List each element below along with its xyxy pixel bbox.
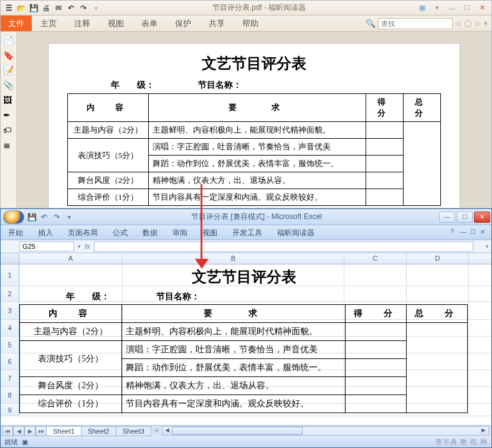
- pdf-h-total: 总 分: [404, 94, 441, 122]
- print-icon[interactable]: 🖨: [40, 2, 52, 14]
- tab-share[interactable]: 共享: [200, 16, 234, 31]
- redo-icon[interactable]: ↷: [52, 212, 62, 222]
- foxit-doc-area[interactable]: 文艺节目评分表 年 级： 节目名称： 内 容 要 求 得 分 总 分 主题与内容…: [17, 32, 491, 208]
- sheet-tab-3[interactable]: Sheet3: [116, 426, 151, 436]
- office-button[interactable]: [3, 210, 24, 224]
- tab-help[interactable]: 帮助: [234, 16, 267, 31]
- foxit-ribbon: 文件 主页 注释 视图 表单 保护 共享 帮助 🔍 ◁ ◯ ▷ ▾: [1, 16, 491, 32]
- doc-restore-icon[interactable]: ☐: [470, 228, 479, 237]
- tab-dev[interactable]: 开发工具: [225, 225, 270, 240]
- sheet-tab-1[interactable]: Sheet1: [46, 426, 82, 436]
- sheet-last-icon[interactable]: ⏭: [35, 426, 47, 436]
- tab-data[interactable]: 数据: [135, 225, 165, 240]
- row-header[interactable]: 5: [1, 337, 19, 353]
- stamp-panel-icon[interactable]: 🏷: [3, 125, 14, 136]
- col-B[interactable]: B: [123, 253, 344, 264]
- row-header[interactable]: 8: [1, 387, 19, 403]
- ribbon-opts-icon[interactable]: ▾: [430, 3, 444, 13]
- formula-bar: G25 ▾ fx ▾: [1, 240, 491, 253]
- menu-icon[interactable]: ☰: [3, 2, 14, 14]
- pdf-h-content: 内 容: [68, 94, 149, 122]
- tab-review[interactable]: 审阅: [165, 225, 195, 240]
- redo-icon[interactable]: ↷: [78, 2, 89, 14]
- qat-drop-icon[interactable]: ▾: [90, 2, 102, 14]
- tab-protect[interactable]: 保护: [166, 16, 200, 31]
- tab-form[interactable]: 表单: [133, 16, 166, 31]
- row-header[interactable]: 1: [1, 264, 19, 286]
- tab-foxit[interactable]: 福昕阅读器: [270, 225, 322, 240]
- minimize-icon[interactable]: —: [445, 3, 459, 13]
- foxit-file-tab[interactable]: 文件: [1, 16, 32, 31]
- bookmark-panel-icon[interactable]: 🔖: [3, 50, 14, 62]
- tab-layout[interactable]: 页面布局: [60, 225, 105, 240]
- select-all[interactable]: [1, 253, 19, 264]
- sheet-prev-icon[interactable]: ◀: [13, 426, 24, 436]
- search-input[interactable]: [378, 18, 453, 29]
- tab-comment[interactable]: 注释: [65, 16, 99, 31]
- scroll-right-icon[interactable]: ▶: [479, 427, 488, 435]
- doc-minimize-icon[interactable]: —: [460, 228, 469, 237]
- name-box[interactable]: G25: [19, 241, 74, 251]
- help-icon[interactable]: ▦: [415, 3, 429, 13]
- xls-r2-req1: 演唱：字正腔圆，吐音清晰，节奏恰当，声音优美: [122, 341, 346, 359]
- horizontal-scrollbar[interactable]: ◀ ▶: [162, 426, 489, 436]
- col-A[interactable]: A: [19, 253, 123, 264]
- row-header[interactable]: 7: [1, 370, 19, 386]
- fx-icon[interactable]: fx: [85, 243, 90, 250]
- undo-icon[interactable]: ↶: [65, 2, 77, 14]
- layer-panel-icon[interactable]: ≣: [3, 140, 14, 151]
- scroll-left-icon[interactable]: ◀: [163, 427, 172, 435]
- note-panel-icon[interactable]: 📝: [3, 65, 14, 77]
- qat-drop-icon[interactable]: ▾: [64, 212, 74, 222]
- namebox-drop-icon[interactable]: ▾: [78, 243, 81, 250]
- maximize-icon[interactable]: ☐: [460, 3, 474, 13]
- col-C[interactable]: C: [344, 253, 407, 264]
- pdf-r4-req: 节目内容具有一定深度和内涵。观众反映较好。: [149, 189, 366, 206]
- excel-grid[interactable]: A B C D 1 2 3 4 5 6 7 8 9 文艺节目评分表 年 级： 节…: [1, 253, 491, 427]
- mail-icon[interactable]: ✉: [53, 2, 64, 14]
- attach-panel-icon[interactable]: 📎: [3, 80, 14, 91]
- scroll-thumb[interactable]: [172, 427, 303, 435]
- row-header[interactable]: 2: [1, 286, 19, 301]
- page-panel-icon[interactable]: 📄: [3, 35, 14, 47]
- tab-formula[interactable]: 公式: [105, 225, 135, 240]
- close-icon[interactable]: ✕: [475, 3, 489, 13]
- sheet-first-icon[interactable]: ⏮: [2, 426, 13, 436]
- dropdown-icon[interactable]: ▾: [484, 19, 488, 27]
- image-panel-icon[interactable]: 🖼: [3, 95, 14, 106]
- save-icon[interactable]: 💾: [28, 2, 39, 14]
- formula-input[interactable]: [94, 241, 473, 252]
- help-icon[interactable]: ?: [450, 228, 459, 237]
- sheet-next-icon[interactable]: ▶: [24, 426, 35, 436]
- undo-icon[interactable]: ↶: [39, 212, 49, 222]
- row-header[interactable]: 3: [1, 302, 19, 319]
- close-icon[interactable]: ✕: [474, 212, 490, 223]
- next-icon[interactable]: ▷: [475, 19, 480, 27]
- sheet-tab-2[interactable]: Sheet2: [81, 426, 116, 436]
- col-D[interactable]: D: [407, 253, 469, 264]
- row-header[interactable]: 9: [1, 404, 19, 416]
- tab-insert[interactable]: 插入: [31, 225, 60, 240]
- pdf-title: 文艺节目评分表: [67, 54, 441, 73]
- open-icon[interactable]: 📂: [16, 2, 27, 14]
- prev-icon[interactable]: ◁: [455, 19, 460, 27]
- search-icon[interactable]: 🔍: [366, 19, 376, 28]
- doc-close-icon[interactable]: ✕: [480, 228, 489, 237]
- xls-r3-label: 舞台风度（2分）: [20, 377, 122, 395]
- pdf-program-label: 节目名称：: [198, 80, 242, 91]
- maximize-icon[interactable]: ☐: [457, 212, 473, 223]
- tab-home[interactable]: 主页: [32, 16, 65, 31]
- minimize-icon[interactable]: —: [439, 212, 455, 223]
- tab-view[interactable]: 视图: [195, 225, 225, 240]
- status-text: 就绪: [4, 437, 18, 447]
- row-header[interactable]: 4: [1, 320, 19, 336]
- sheet-new-icon[interactable]: ✧: [154, 427, 159, 435]
- macro-icon[interactable]: ▣: [22, 438, 28, 446]
- tab-view[interactable]: 视图: [99, 16, 133, 31]
- formula-expand-icon[interactable]: ▾: [486, 243, 489, 250]
- stop-icon[interactable]: ◯: [464, 19, 471, 27]
- tab-home[interactable]: 开始: [1, 225, 31, 240]
- row-header[interactable]: 6: [1, 353, 19, 370]
- sign-panel-icon[interactable]: ✒: [3, 110, 14, 121]
- save-icon[interactable]: 💾: [27, 212, 37, 222]
